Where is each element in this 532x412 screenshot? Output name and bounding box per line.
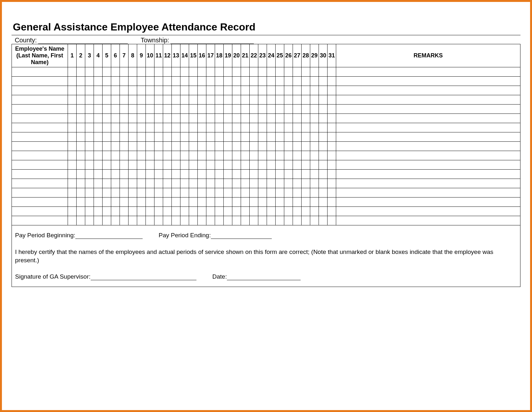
cell-day[interactable]: [284, 216, 293, 225]
cell-day[interactable]: [215, 86, 224, 95]
cell-day[interactable]: [77, 170, 85, 179]
cell-day[interactable]: [68, 160, 77, 170]
cell-day[interactable]: [302, 67, 310, 77]
cell-day[interactable]: [198, 77, 206, 86]
cell-day[interactable]: [172, 216, 180, 225]
cell-day[interactable]: [319, 105, 328, 114]
cell-day[interactable]: [284, 170, 293, 179]
cell-day[interactable]: [137, 105, 146, 114]
cell-day[interactable]: [154, 142, 163, 151]
cell-day[interactable]: [310, 142, 319, 151]
cell-day[interactable]: [232, 207, 241, 216]
cell-day[interactable]: [258, 170, 267, 179]
cell-day[interactable]: [232, 114, 241, 123]
cell-day[interactable]: [224, 86, 232, 95]
cell-day[interactable]: [129, 170, 137, 179]
cell-day[interactable]: [137, 95, 146, 105]
cell-day[interactable]: [111, 179, 120, 188]
cell-day[interactable]: [94, 67, 103, 77]
cell-day[interactable]: [258, 160, 267, 170]
cell-day[interactable]: [77, 95, 85, 105]
cell-day[interactable]: [180, 216, 189, 225]
cell-day[interactable]: [103, 67, 111, 77]
cell-day[interactable]: [206, 123, 215, 132]
cell-remarks[interactable]: [336, 216, 520, 225]
cell-day[interactable]: [172, 160, 180, 170]
cell-employee-name[interactable]: [12, 170, 68, 179]
cell-day[interactable]: [319, 216, 328, 225]
cell-day[interactable]: [111, 170, 120, 179]
cell-day[interactable]: [276, 132, 284, 142]
cell-day[interactable]: [267, 142, 276, 151]
cell-day[interactable]: [129, 142, 137, 151]
cell-day[interactable]: [206, 160, 215, 170]
cell-day[interactable]: [293, 151, 302, 160]
cell-day[interactable]: [206, 77, 215, 86]
cell-day[interactable]: [267, 67, 276, 77]
cell-day[interactable]: [154, 95, 163, 105]
cell-day[interactable]: [328, 207, 336, 216]
cell-day[interactable]: [111, 77, 120, 86]
cell-day[interactable]: [215, 179, 224, 188]
cell-day[interactable]: [224, 151, 232, 160]
cell-day[interactable]: [258, 132, 267, 142]
cell-day[interactable]: [276, 188, 284, 198]
cell-day[interactable]: [189, 198, 198, 207]
cell-day[interactable]: [137, 86, 146, 95]
cell-day[interactable]: [241, 77, 250, 86]
cell-day[interactable]: [198, 160, 206, 170]
cell-day[interactable]: [250, 188, 258, 198]
cell-day[interactable]: [241, 198, 250, 207]
cell-day[interactable]: [111, 132, 120, 142]
cell-day[interactable]: [163, 114, 172, 123]
cell-day[interactable]: [250, 170, 258, 179]
cell-remarks[interactable]: [336, 151, 520, 160]
cell-day[interactable]: [129, 179, 137, 188]
cell-day[interactable]: [94, 198, 103, 207]
cell-day[interactable]: [180, 151, 189, 160]
cell-day[interactable]: [163, 95, 172, 105]
cell-day[interactable]: [293, 114, 302, 123]
cell-day[interactable]: [232, 142, 241, 151]
cell-day[interactable]: [232, 105, 241, 114]
cell-day[interactable]: [163, 207, 172, 216]
cell-day[interactable]: [111, 86, 120, 95]
cell-day[interactable]: [250, 95, 258, 105]
cell-day[interactable]: [241, 86, 250, 95]
cell-employee-name[interactable]: [12, 151, 68, 160]
cell-day[interactable]: [284, 179, 293, 188]
cell-day[interactable]: [120, 77, 129, 86]
cell-day[interactable]: [241, 105, 250, 114]
cell-day[interactable]: [232, 188, 241, 198]
cell-day[interactable]: [180, 95, 189, 105]
cell-day[interactable]: [232, 95, 241, 105]
cell-day[interactable]: [224, 170, 232, 179]
cell-day[interactable]: [276, 105, 284, 114]
cell-day[interactable]: [267, 151, 276, 160]
cell-day[interactable]: [68, 179, 77, 188]
cell-day[interactable]: [284, 67, 293, 77]
cell-day[interactable]: [189, 105, 198, 114]
cell-day[interactable]: [232, 123, 241, 132]
cell-day[interactable]: [68, 86, 77, 95]
cell-day[interactable]: [154, 67, 163, 77]
cell-day[interactable]: [241, 207, 250, 216]
cell-day[interactable]: [198, 207, 206, 216]
cell-day[interactable]: [103, 95, 111, 105]
cell-day[interactable]: [284, 132, 293, 142]
cell-day[interactable]: [120, 95, 129, 105]
cell-day[interactable]: [224, 216, 232, 225]
cell-day[interactable]: [206, 105, 215, 114]
cell-day[interactable]: [85, 95, 94, 105]
cell-day[interactable]: [328, 216, 336, 225]
cell-day[interactable]: [180, 142, 189, 151]
cell-day[interactable]: [258, 151, 267, 160]
cell-remarks[interactable]: [336, 105, 520, 114]
cell-day[interactable]: [154, 179, 163, 188]
cell-day[interactable]: [293, 188, 302, 198]
cell-day[interactable]: [129, 123, 137, 132]
cell-day[interactable]: [241, 132, 250, 142]
cell-day[interactable]: [94, 179, 103, 188]
cell-day[interactable]: [146, 95, 154, 105]
cell-day[interactable]: [154, 114, 163, 123]
